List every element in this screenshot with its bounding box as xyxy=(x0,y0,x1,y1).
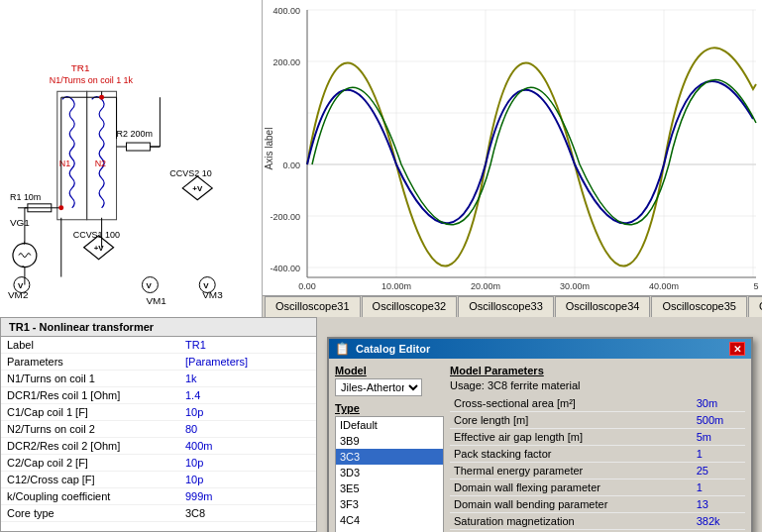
type-item-3b9[interactable]: 3B9 xyxy=(336,433,443,449)
dialog-title-area: 📋 Catalog Editor xyxy=(335,342,430,356)
prop-label: Label xyxy=(1,337,179,354)
table-row: Pack stacking factor 1 xyxy=(450,446,745,463)
table-row: Saturation magnetization 382k xyxy=(450,513,745,530)
model-select[interactable]: Jiles-Atherton xyxy=(335,378,422,396)
param-value: 382k xyxy=(693,513,745,530)
prop-value: 10p xyxy=(179,404,316,421)
svg-text:VG1: VG1 xyxy=(10,217,30,228)
oscilloscope-panel: 400.00 200.00 0.00 -200.00 -400.00 0.00 … xyxy=(263,0,762,317)
table-row: C12/Cross cap [F] 10p xyxy=(1,472,316,488)
prop-value: 80 xyxy=(179,421,316,438)
tab-oscilloscope33[interactable]: Oscilloscope33 xyxy=(458,296,554,317)
tab-oscilloscope32[interactable]: Oscilloscope32 xyxy=(362,296,458,317)
table-row: Domain wall bending parameter 13 xyxy=(450,496,745,513)
table-row: Thermal energy parameter 25 xyxy=(450,463,745,479)
svg-text:+V: +V xyxy=(94,244,105,253)
param-value: 1 xyxy=(693,479,745,496)
param-label: Domain wall bending parameter xyxy=(450,496,693,513)
prop-value: 3C8 xyxy=(179,505,316,522)
svg-text:-400.00: -400.00 xyxy=(270,264,300,273)
prop-value: 999m xyxy=(179,488,316,505)
prop-label: C2/Cap coil 2 [F] xyxy=(1,455,179,472)
svg-text:400.00: 400.00 xyxy=(272,6,300,16)
svg-text:CCVS2 10: CCVS2 10 xyxy=(169,168,211,178)
schematic-panel: TR1 N1/Turns on coil 1 1k R2 200m R1 10m… xyxy=(0,0,263,317)
usage-text: Usage: 3C8 ferrite material xyxy=(450,379,745,391)
tab-oscilloscope36[interactable]: Oscilloscope36 xyxy=(748,296,762,317)
prop-value: [Parameters] xyxy=(179,354,316,371)
prop-label: N1/Turns on coil 1 xyxy=(1,371,179,387)
table-row: DCR2/Res coil 2 [Ohm] 400m xyxy=(1,438,316,455)
param-label: Core length [m] xyxy=(450,412,693,429)
type-list: IDefault 3B9 3C3 3D3 3E5 3F3 4C4 xyxy=(335,416,444,532)
svg-text:VM1: VM1 xyxy=(146,295,166,306)
tab-oscilloscope34[interactable]: Oscilloscope34 xyxy=(555,296,651,317)
svg-text:0.00: 0.00 xyxy=(298,281,316,291)
prop-label: Core type xyxy=(1,505,179,522)
dialog-close-button[interactable]: ✕ xyxy=(729,342,745,356)
prop-label: C12/Cross cap [F] xyxy=(1,472,179,488)
svg-text:N2: N2 xyxy=(95,159,106,168)
type-item-idefault[interactable]: IDefault xyxy=(336,417,443,433)
prop-value: 10p xyxy=(179,472,316,488)
prop-label: DCR1/Res coil 1 [Ohm] xyxy=(1,387,179,404)
param-value: 500m xyxy=(693,412,745,429)
dialog-title: Catalog Editor xyxy=(356,343,430,355)
svg-text:+V: +V xyxy=(192,184,203,193)
properties-panel: TR1 - Nonlinear transformer Label TR1 Pa… xyxy=(0,317,317,532)
table-row: Label TR1 xyxy=(1,337,316,354)
tab-oscilloscope31[interactable]: Oscilloscope31 xyxy=(265,296,361,317)
dialog-titlebar: 📋 Catalog Editor ✕ xyxy=(329,339,751,359)
table-row: C1/Cap coil 1 [F] 10p xyxy=(1,404,316,421)
table-row: Cross-sectional area [m²] 30m xyxy=(450,395,745,412)
table-row: N2/Turns on coil 2 80 xyxy=(1,421,316,438)
svg-rect-0 xyxy=(0,11,262,307)
prop-value: TR1 xyxy=(179,337,316,354)
table-row: DCR1/Res coil 1 [Ohm] 1.4 xyxy=(1,387,316,404)
model-params-label: Model Parameters xyxy=(450,365,745,376)
prop-label: DCR2/Res coil 2 [Ohm] xyxy=(1,438,179,455)
table-row: C2/Cap coil 2 [F] 10p xyxy=(1,455,316,472)
param-value: 5m xyxy=(693,429,745,446)
prop-value: 1k xyxy=(179,371,316,387)
param-value: 25 xyxy=(693,463,745,479)
prop-label: Parameters xyxy=(1,354,179,371)
catalog-editor-dialog: 📋 Catalog Editor ✕ Model Jiles-Atherton … xyxy=(327,337,753,532)
svg-text:30.00m: 30.00m xyxy=(560,281,590,291)
oscilloscope-plot: 400.00 200.00 0.00 -200.00 -400.00 0.00 … xyxy=(263,0,762,295)
svg-point-47 xyxy=(99,95,104,100)
properties-title: TR1 - Nonlinear transformer xyxy=(1,318,316,337)
type-item-3d3[interactable]: 3D3 xyxy=(336,465,443,480)
svg-text:V: V xyxy=(18,281,24,290)
table-row: Domain wall flexing parameter 1 xyxy=(450,479,745,496)
param-label: Thermal energy parameter xyxy=(450,463,693,479)
table-row: k/Coupling coefficient 999m xyxy=(1,488,316,505)
tab-oscilloscope35[interactable]: Oscilloscope35 xyxy=(651,296,747,317)
svg-text:10.00m: 10.00m xyxy=(381,281,411,291)
type-item-3c3[interactable]: 3C3 xyxy=(336,449,443,465)
svg-text:40.00m: 40.00m xyxy=(649,281,679,291)
type-item-3f3[interactable]: 3F3 xyxy=(336,496,443,512)
top-area: TR1 N1/Turns on coil 1 1k R2 200m R1 10m… xyxy=(0,0,762,317)
table-row: N1/Turns on coil 1 1k xyxy=(1,371,316,387)
model-select-row: Jiles-Atherton xyxy=(335,378,444,396)
param-label: Pack stacking factor xyxy=(450,446,693,463)
param-value: 13 xyxy=(693,496,745,513)
svg-text:-200.00: -200.00 xyxy=(270,212,300,222)
type-item-3e5[interactable]: 3E5 xyxy=(336,480,443,496)
type-item-4c4[interactable]: 4C4 xyxy=(336,512,443,528)
svg-text:R2 200m: R2 200m xyxy=(117,129,153,139)
dialog-body: Model Jiles-Atherton Type IDefault 3B9 3… xyxy=(329,359,751,532)
properties-table: Label TR1 Parameters [Parameters] N1/Tur… xyxy=(1,337,316,522)
svg-text:200.00: 200.00 xyxy=(272,57,300,67)
prop-value: 400m xyxy=(179,438,316,455)
svg-text:V: V xyxy=(203,281,209,290)
catalog-icon: 📋 xyxy=(335,342,350,356)
dialog-right-panel: Model Parameters Usage: 3C8 ferrite mate… xyxy=(450,365,745,532)
prop-label: N2/Turns on coil 2 xyxy=(1,421,179,438)
param-label: Effective air gap length [m] xyxy=(450,429,693,446)
svg-text:5: 5 xyxy=(753,281,758,291)
svg-text:R1 10m: R1 10m xyxy=(10,192,41,202)
table-row: Parameters [Parameters] xyxy=(1,354,316,371)
param-label: Cross-sectional area [m²] xyxy=(450,395,693,412)
